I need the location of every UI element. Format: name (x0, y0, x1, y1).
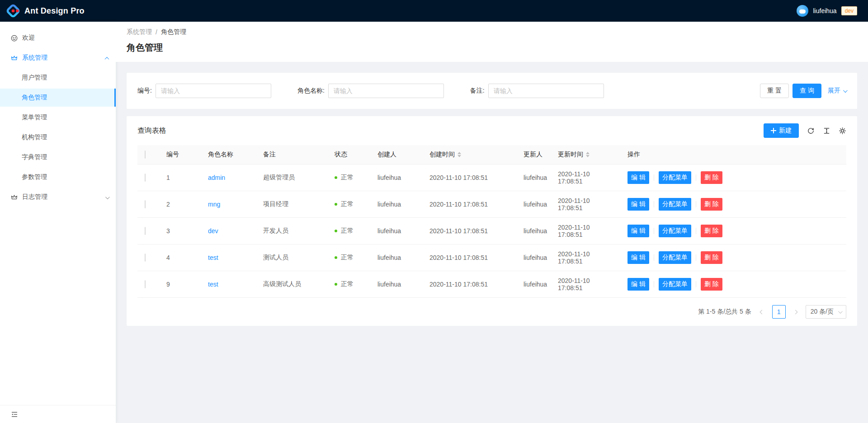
sidebar-item-users[interactable]: 用户管理 (0, 69, 116, 87)
pagination-total: 第 1-5 条/总共 5 条 (698, 308, 751, 316)
settings-gear-icon[interactable] (839, 127, 846, 135)
assign-menu-button[interactable]: 分配菜单 (659, 278, 691, 291)
sidebar-item-label: 日志管理 (22, 193, 105, 201)
search-card: 编号: 角色名称: 备注: 重 置 查 询 (127, 73, 857, 109)
row-checkbox[interactable] (145, 200, 146, 208)
reload-icon[interactable] (807, 127, 815, 135)
status-dot (335, 283, 337, 286)
sidebar-item-orgs[interactable]: 机构管理 (0, 128, 116, 146)
cell-updater: liufeihua (516, 191, 551, 218)
remark-input[interactable] (488, 84, 604, 98)
row-checkbox[interactable] (145, 280, 146, 288)
breadcrumb-parent[interactable]: 系统管理 (127, 28, 152, 36)
delete-button[interactable]: 删 除 (701, 171, 722, 184)
id-input[interactable] (156, 84, 271, 98)
table-wrap: 编号 角色名称 备注 状态 创建人 创建时间 (127, 145, 857, 298)
sort-create-time[interactable]: 创建时间 (429, 150, 509, 159)
sorter-icon (586, 152, 590, 157)
query-button[interactable]: 查 询 (793, 84, 821, 98)
new-button[interactable]: 新建 (764, 123, 799, 138)
sidebar-item-welcome[interactable]: 欢迎 (0, 29, 116, 47)
reset-button[interactable]: 重 置 (760, 84, 789, 98)
sidebar-item-roles[interactable]: 角色管理 (0, 89, 116, 107)
cell-update-time: 2020-11-10 17:08:51 (551, 191, 620, 218)
role-name-link[interactable]: test (208, 281, 218, 288)
col-actions: 操作 (620, 145, 846, 164)
divider (654, 228, 654, 234)
header-user-area[interactable]: liufeihua dev (797, 5, 861, 17)
status-dot (335, 230, 337, 232)
prev-page-button[interactable] (756, 306, 769, 318)
sidebar-item-label: 用户管理 (22, 74, 47, 82)
role-name-link[interactable]: mng (208, 201, 220, 208)
chevron-down-icon (843, 88, 848, 93)
divider (654, 281, 654, 287)
field-label: 编号: (137, 87, 152, 95)
expand-label: 展开 (828, 87, 840, 95)
sidebar-item-system[interactable]: 系统管理 (0, 49, 116, 67)
sidebar-item-label: 菜单管理 (22, 113, 47, 122)
cell-updater: liufeihua (516, 218, 551, 244)
density-icon[interactable] (823, 127, 830, 135)
next-page-button[interactable] (789, 306, 802, 318)
assign-menu-button[interactable]: 分配菜单 (659, 198, 691, 211)
form-item-role-name: 角色名称: (297, 84, 444, 98)
sort-update-time[interactable]: 更新时间 (558, 150, 613, 159)
row-checkbox[interactable] (145, 174, 146, 182)
page-1-button[interactable]: 1 (772, 305, 786, 319)
delete-button[interactable]: 删 除 (701, 198, 722, 211)
sidebar-item-label: 字典管理 (22, 153, 47, 161)
row-checkbox[interactable] (145, 227, 146, 235)
delete-button[interactable]: 删 除 (701, 251, 722, 264)
edit-button[interactable]: 编 辑 (627, 278, 649, 291)
chevron-up-icon (105, 54, 108, 61)
status-badge: 正常 (335, 227, 363, 235)
expand-link[interactable]: 展开 (828, 87, 846, 95)
delete-button[interactable]: 删 除 (701, 225, 722, 237)
edit-button[interactable]: 编 辑 (627, 251, 649, 264)
col-name: 角色名称 (201, 145, 256, 164)
search-actions: 重 置 查 询 展开 (760, 84, 846, 98)
field-label: 备注: (470, 87, 485, 95)
role-name-link[interactable]: admin (208, 174, 225, 181)
divider (696, 254, 696, 261)
cell-creator: liufeihua (370, 191, 422, 218)
cell-id: 9 (159, 271, 201, 298)
select-all-checkbox[interactable] (145, 150, 146, 159)
sidebar-item-params[interactable]: 参数管理 (0, 168, 116, 186)
role-name-link[interactable]: dev (208, 227, 218, 235)
row-checkbox[interactable] (145, 254, 146, 262)
page-size-select[interactable]: 20 条/页 (806, 305, 846, 319)
app-logo-area[interactable]: Ant Design Pro (6, 4, 85, 18)
sidebar-item-logs[interactable]: 日志管理 (0, 188, 116, 206)
status-badge: 正常 (335, 254, 363, 262)
role-name-input[interactable] (328, 84, 444, 98)
role-name-link[interactable]: test (208, 254, 218, 261)
app-title: Ant Design Pro (24, 6, 85, 16)
cell-update-time: 2020-11-10 17:08:51 (551, 271, 620, 298)
divider (696, 201, 696, 207)
cell-create-time: 2020-11-10 17:08:51 (422, 218, 516, 244)
table-row: 9 test 高级测试人员 正常 liufeihua 2020-11-10 17… (137, 271, 846, 298)
cell-creator: liufeihua (370, 244, 422, 271)
search-form: 编号: 角色名称: 备注: 重 置 查 询 (137, 84, 846, 98)
edit-button[interactable]: 编 辑 (627, 198, 649, 211)
user-avatar[interactable] (797, 5, 808, 17)
assign-menu-button[interactable]: 分配菜单 (659, 225, 691, 237)
cell-update-time: 2020-11-10 17:08:51 (551, 218, 620, 244)
status-badge: 正常 (335, 280, 363, 288)
delete-button[interactable]: 删 除 (701, 278, 722, 291)
edit-button[interactable]: 编 辑 (627, 171, 649, 184)
assign-menu-button[interactable]: 分配菜单 (659, 171, 691, 184)
cell-update-time: 2020-11-10 17:08:51 (551, 244, 620, 271)
cell-id: 1 (159, 164, 201, 191)
sidebar-item-dicts[interactable]: 字典管理 (0, 148, 116, 166)
sidebar-collapse-trigger[interactable] (0, 405, 116, 423)
sidebar-item-label: 机构管理 (22, 133, 47, 141)
assign-menu-button[interactable]: 分配菜单 (659, 251, 691, 264)
sidebar: 欢迎 系统管理 用户管理 角色管理 菜单管理 机构管 (0, 22, 116, 423)
edit-button[interactable]: 编 辑 (627, 225, 649, 237)
divider (654, 254, 654, 261)
cell-update-time: 2020-11-10 17:08:51 (551, 164, 620, 191)
sidebar-item-menus[interactable]: 菜单管理 (0, 108, 116, 127)
